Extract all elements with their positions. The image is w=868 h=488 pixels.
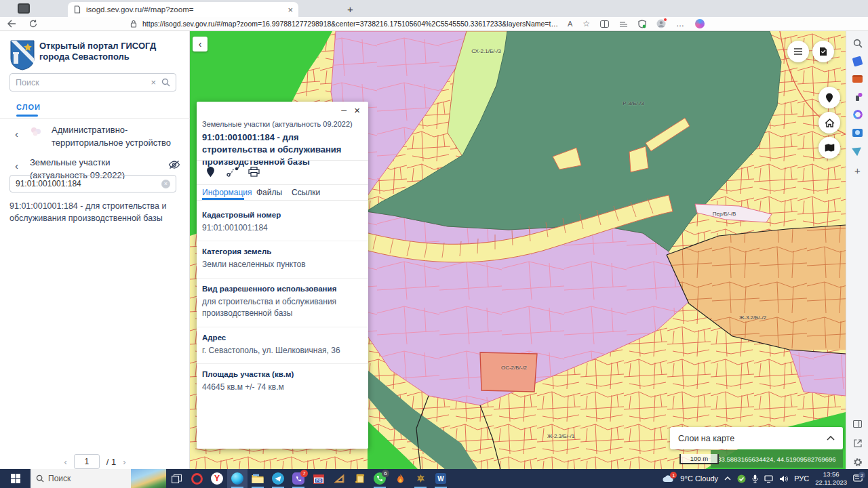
taskbar-app-viber[interactable]: 7 [288,469,309,488]
visibility-off-icon[interactable] [168,160,180,169]
filter-clear-icon[interactable]: × [161,180,170,188]
bing-daily-image[interactable] [131,469,166,488]
sidebar-search[interactable]: × [9,73,176,92]
clock[interactable]: 13:56 22.11.2023 [815,470,847,487]
collapse-sidebar-button[interactable]: ‹ [193,37,208,52]
taskbar-search-input[interactable] [48,474,116,483]
pagination: ‹ 1 / 1 › [0,454,190,469]
parcel-filter-input[interactable] [16,179,161,188]
lock-icon[interactable] [125,20,142,28]
sidebar-search-input[interactable] [16,78,145,87]
map-locate-button[interactable] [818,87,840,108]
new-tab-button[interactable]: + [347,3,353,15]
refresh-button[interactable] [23,20,43,28]
map-basemap-button[interactable] [818,137,840,159]
collapse-admin-icon[interactable]: ‹ [15,128,18,140]
taskbar-app-scroll[interactable] [349,469,370,488]
antivirus-icon[interactable] [737,474,746,483]
volume-icon[interactable] [779,475,788,483]
taskbar-app-whatsapp[interactable]: 6 [370,469,390,488]
flame-icon [396,474,405,484]
page-number-input[interactable]: 1 [74,454,100,469]
more-menu-icon[interactable]: … [676,19,685,28]
word-icon: W [435,473,446,484]
tab-files[interactable]: Файлы [256,188,282,197]
wooden-triangle-icon [334,474,344,483]
zone-label: Р-3/Б/-/3 [623,100,644,106]
collections-icon[interactable] [619,20,628,28]
external-link-icon[interactable] [851,436,864,449]
divider [197,160,368,161]
zone-label: Ж-2.3/Б/-/1 [547,433,574,439]
reader-icon[interactable]: A [568,20,572,28]
profile-avatar[interactable] [656,19,666,28]
language-indicator[interactable]: РУС [794,474,809,483]
taskbar-app-edge[interactable] [227,469,248,488]
favorites-star-icon[interactable]: ☆ [583,19,590,28]
tab-close-icon[interactable]: × [288,5,293,14]
tab-layers[interactable]: СЛОИ [16,103,41,111]
taskbar-app-rf-calendar[interactable]: РФ [309,469,329,488]
address-bar-url[interactable]: https://isogd.sev.gov.ru/#/map?zoom=16.9… [142,20,559,28]
print-button[interactable] [248,167,260,177]
tab-links[interactable]: Ссылки [292,188,320,197]
time: 13:56 [815,470,847,479]
taskbar-app-opera[interactable] [186,469,207,488]
zoom-to-feature-button[interactable] [206,166,215,178]
taskbar-app-torrent[interactable] [390,469,410,488]
layers-on-map-panel[interactable]: Слои на карте [670,427,843,449]
network-icon[interactable] [764,475,773,483]
sidebar-panel-icon[interactable] [851,418,864,430]
sidebar-item-admin[interactable]: Административно-территориальное устройст… [52,124,180,150]
microphone-icon[interactable] [752,474,758,483]
shopping-tag-icon[interactable] [851,55,864,68]
search-result-item[interactable]: 91:01:001001:184 - для строительства и о… [9,200,180,224]
taskbar-app-yandex[interactable]: Y [207,469,227,488]
panel-minimize-icon[interactable]: – [341,104,347,115]
map-menu-button[interactable] [787,41,809,62]
games-icon[interactable] [851,90,864,103]
taskbar-app-word[interactable]: W [431,469,451,488]
taskbar-app-explorer[interactable] [248,469,268,488]
collapse-parcels-icon[interactable]: ‹ [15,160,18,172]
notifications-icon[interactable]: 2 [853,474,863,483]
zone-label: ОС-2/Б/-/2 [501,365,527,371]
tray-expand-icon[interactable] [724,476,731,481]
taskbar-app-telegram[interactable] [268,469,288,488]
copilot-icon[interactable] [695,19,705,28]
taskbar-app-ruler[interactable] [329,469,349,488]
edge-icon [231,472,243,485]
outlook-icon[interactable] [851,126,864,139]
tab-information[interactable]: Информация [202,188,252,197]
designer-ring-icon[interactable] [851,108,864,121]
split-screen-icon[interactable] [600,20,609,28]
browser-essentials-icon[interactable] [638,20,646,28]
add-sidebar-app-icon[interactable]: + [851,164,864,177]
taskbar-search[interactable] [31,469,166,488]
panel-close-icon[interactable]: × [354,104,360,116]
page-next-icon[interactable]: › [123,457,125,467]
tools-briefcase-icon[interactable] [851,73,864,85]
sidebar-settings-gear-icon[interactable] [851,455,864,468]
sidebar-search-icon[interactable] [851,37,864,49]
chevron-up-icon[interactable] [827,436,835,441]
taskbar-app-garant[interactable] [410,469,431,488]
browser-tab[interactable]: isogd.sev.gov.ru/#/map?zoom= × [68,2,298,17]
task-view-button[interactable] [166,469,186,488]
map-home-button[interactable] [818,112,840,134]
weather-icon[interactable]: 1 [663,474,674,483]
tab-preview-button[interactable] [18,3,30,14]
map-canvas[interactable]: СХ-2.1/Б/-/3 Р-3/Б/-/3 Пер/Б/-/В Ж-3.2/Б… [190,31,846,469]
search-icon[interactable] [161,78,170,87]
profile-alert-dot [663,18,667,22]
back-button[interactable] [0,20,23,28]
weather-text[interactable]: 9°C Cloudy [680,474,718,483]
route-button[interactable] [226,167,240,177]
map-report-button[interactable] [812,41,834,62]
start-button[interactable] [0,469,31,488]
parcel-filter[interactable]: × [9,175,176,192]
zone-label: Ж-3.2/Б/-/2 [739,314,766,321]
drop-plane-icon[interactable] [851,143,864,156]
search-clear-icon[interactable]: × [151,78,156,87]
page-prev-icon[interactable]: ‹ [64,457,66,467]
